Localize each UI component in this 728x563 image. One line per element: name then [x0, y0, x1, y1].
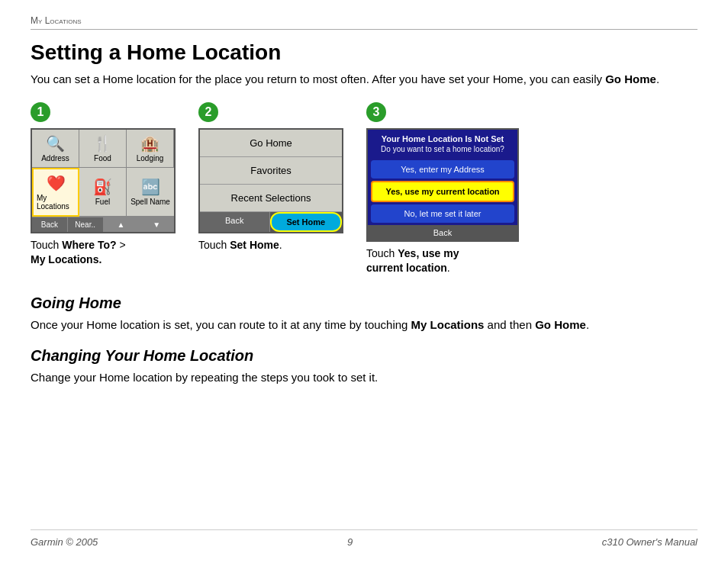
footer-right: c310 Owner's Manual	[602, 536, 697, 548]
steps-row: 1 🔍 Address 🍴 Food 🏨 Lodging ❤️	[31, 102, 697, 276]
my-locations-bold: My Locations.	[31, 253, 101, 265]
going-home-text-start: Once your Home location is set, you can …	[31, 318, 411, 331]
no-let-me-set-btn[interactable]: No, let me set it later	[371, 204, 514, 223]
food-label: Food	[94, 154, 111, 162]
gps-grid: 🔍 Address 🍴 Food 🏨 Lodging ❤️ My Locatio…	[32, 130, 174, 217]
screen-3-title-line2: Do you want to set a home location?	[374, 144, 511, 154]
down-btn[interactable]: ▼	[139, 217, 174, 232]
set-home-bold: Set Home	[230, 239, 279, 251]
fuel-label: Fuel	[95, 198, 110, 206]
going-home-heading: Going Home	[31, 294, 697, 312]
footer-center: 9	[347, 536, 353, 548]
step-3-number: 3	[366, 102, 386, 122]
set-home-btn[interactable]: Set Home	[270, 212, 343, 232]
back-btn-3[interactable]: Back	[368, 225, 517, 240]
breadcrumb: My Locations	[31, 15, 697, 30]
spellname-label: Spell Name	[130, 198, 170, 206]
lodging-label: Lodging	[137, 154, 164, 162]
screen-3-title: Your Home Location Is Not Set Do you wan…	[368, 130, 517, 158]
mylocations-icon: ❤️	[47, 174, 66, 192]
recent-selections-menu[interactable]: Recent Selections	[200, 185, 342, 212]
gps-screen-2-bar: Back Set Home	[200, 212, 342, 232]
gps-cell-fuel[interactable]: ⛽ Fuel	[79, 168, 127, 217]
going-home-bold1: My Locations	[411, 318, 485, 331]
gps-bottom-bar-1: Back Near.. ▲ ▼	[32, 217, 174, 232]
step-2-header: 2	[198, 102, 218, 122]
going-home-bold2: Go Home	[535, 318, 586, 331]
step-2: 2 Go Home Favorites Recent Selections Ba…	[198, 102, 343, 253]
step-1-header: 1	[31, 102, 50, 122]
mylocations-label: My Locations	[37, 194, 75, 211]
back-btn-2[interactable]: Back	[200, 212, 270, 232]
gps-cell-address[interactable]: 🔍 Address	[32, 130, 79, 168]
up-btn[interactable]: ▲	[104, 217, 140, 232]
gps-cell-food[interactable]: 🍴 Food	[79, 130, 127, 168]
step-1: 1 🔍 Address 🍴 Food 🏨 Lodging ❤️	[31, 102, 176, 268]
near-btn[interactable]: Near..	[68, 217, 104, 232]
intro-bold: Go Home	[605, 72, 656, 85]
address-icon: 🔍	[46, 134, 65, 153]
step-3: 3 Your Home Location Is Not Set Do you w…	[366, 102, 519, 276]
step-2-caption: Touch Set Home.	[198, 238, 282, 253]
changing-home-text: Change your Home location by repeating t…	[31, 369, 697, 387]
yes-use-current-bold: Yes, use mycurrent location	[366, 247, 459, 275]
gps-cell-spellname[interactable]: 🔤 Spell Name	[127, 168, 174, 217]
fuel-icon: ⛽	[93, 178, 112, 196]
going-home-text: Once your Home location is set, you can …	[31, 317, 697, 334]
food-icon: 🍴	[93, 134, 112, 153]
gps-screen-2: Go Home Favorites Recent Selections Back…	[198, 128, 343, 233]
footer-left: Garmin © 2005	[31, 536, 98, 548]
lodging-icon: 🏨	[140, 134, 159, 153]
going-home-text-mid: and then	[484, 318, 535, 331]
page-title: Setting a Home Location	[31, 40, 697, 65]
yes-enter-address-btn[interactable]: Yes, enter my Address	[371, 160, 514, 179]
spellname-icon: 🔤	[141, 178, 160, 196]
intro-end: .	[656, 72, 659, 85]
intro-paragraph: You can set a Home location for the plac…	[31, 71, 697, 88]
favorites-menu[interactable]: Favorites	[200, 157, 342, 185]
gps-screen-3: Your Home Location Is Not Set Do you wan…	[366, 128, 519, 242]
changing-home-heading: Changing Your Home Location	[31, 347, 697, 365]
yes-use-current-btn[interactable]: Yes, use my current location	[371, 181, 514, 202]
gps-cell-lodging[interactable]: 🏨 Lodging	[127, 130, 174, 168]
gps-screen-1: 🔍 Address 🍴 Food 🏨 Lodging ❤️ My Locatio…	[31, 128, 176, 233]
address-label: Address	[41, 154, 69, 162]
step-3-caption: Touch Yes, use mycurrent location.	[366, 246, 459, 276]
intro-text: You can set a Home location for the plac…	[31, 72, 605, 85]
where-to-bold: Where To?	[62, 239, 116, 251]
screen-3-title-line1: Your Home Location Is Not Set	[374, 134, 511, 144]
step-3-header: 3	[366, 102, 386, 122]
gps-cell-mylocations[interactable]: ❤️ My Locations	[32, 168, 79, 217]
footer: Garmin © 2005 9 c310 Owner's Manual	[31, 529, 697, 548]
step-2-number: 2	[198, 102, 218, 122]
going-home-text-end: .	[586, 318, 589, 331]
step-1-number: 1	[31, 102, 50, 122]
step-1-caption: Touch Where To? > My Locations.	[31, 238, 126, 268]
go-home-menu[interactable]: Go Home	[200, 130, 342, 157]
back-btn-1[interactable]: Back	[32, 217, 68, 232]
